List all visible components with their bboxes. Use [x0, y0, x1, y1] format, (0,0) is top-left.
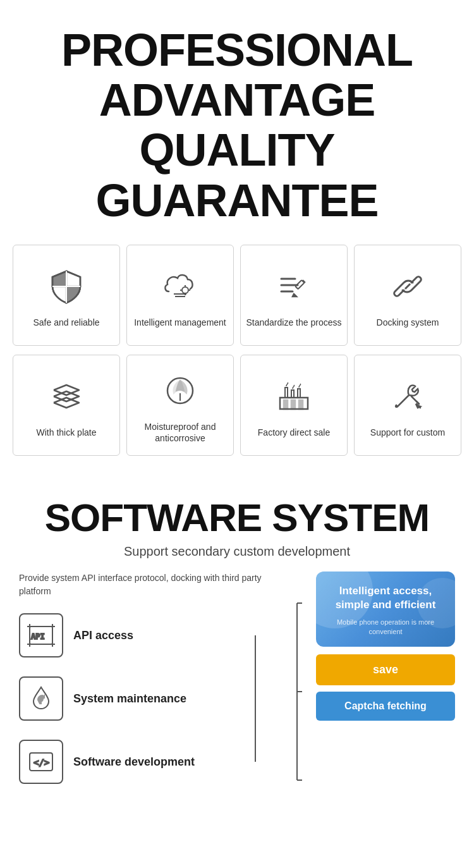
api-icon: API — [19, 613, 63, 657]
layers-icon — [45, 375, 88, 418]
wrench-icon — [19, 676, 63, 721]
cloud-settings-icon — [159, 265, 202, 308]
features-section: Safe and reliable Intelligent management — [0, 245, 474, 477]
feature-docking-label: Docking system — [377, 317, 439, 328]
svg-rect-20 — [284, 400, 288, 409]
feature-intelligent-label: Intelligent management — [134, 317, 226, 328]
api-description: Provide system API interface protocol, d… — [19, 572, 278, 598]
svg-rect-23 — [285, 388, 288, 398]
svg-rect-24 — [291, 390, 294, 398]
software-item-development: </> Software development — [19, 740, 278, 784]
feature-safe-reliable-label: Safe and reliable — [33, 317, 99, 328]
feature-intelligent-management: Intelligent management — [126, 245, 234, 346]
header-section: PROFESSIONAL ADVANTAGE QUALITY GUARANTEE — [0, 0, 474, 245]
factory-icon — [272, 375, 315, 418]
mockup-main-text: Intelligent access, simple and efficient — [326, 584, 445, 612]
feature-thick-label: With thick plate — [37, 427, 97, 438]
feature-factory-label: Factory direct sale — [258, 427, 330, 438]
tools-icon — [386, 375, 429, 418]
feature-custom: Support for custom — [354, 355, 461, 456]
software-api-label: API access — [73, 628, 133, 643]
svg-rect-21 — [291, 400, 295, 409]
svg-rect-22 — [299, 400, 303, 409]
feature-custom-label: Support for custom — [370, 427, 445, 438]
software-right: Intelligent access, simple and efficient… — [316, 572, 455, 721]
feature-standardize: Standardize the process — [240, 245, 348, 346]
software-items-wrapper: API API access — [19, 613, 278, 784]
save-button[interactable]: save — [316, 654, 455, 685]
software-left: Provide system API interface protocol, d… — [19, 572, 278, 803]
feature-moistureproof: Moistureproof and anticorrosive — [126, 355, 234, 456]
phone-mockup: Intelligent access, simple and efficient… — [316, 572, 455, 647]
feature-row-1: Safe and reliable Intelligent management — [13, 245, 461, 346]
feature-docking: Docking system — [354, 245, 461, 346]
feature-thick-plate: With thick plate — [13, 355, 120, 456]
shield-icon — [45, 265, 88, 308]
feature-factory: Factory direct sale — [240, 355, 348, 456]
software-title: SOFTWARE SYSTEM — [19, 496, 455, 539]
mockup-sub-text: Mobile phone operation is more convenien… — [326, 618, 445, 637]
software-item-api: API API access — [19, 613, 278, 657]
feature-safe-reliable: Safe and reliable — [13, 245, 120, 346]
svg-marker-15 — [293, 294, 296, 296]
feature-moistureproof-label: Moistureproof and anticorrosive — [132, 421, 228, 444]
captcha-button[interactable]: Captcha fetching — [316, 692, 455, 721]
header-title: PROFESSIONAL ADVANTAGE QUALITY GUARANTEE — [13, 25, 461, 226]
svg-line-16 — [405, 284, 410, 289]
svg-marker-29 — [416, 405, 420, 408]
link-icon — [386, 265, 429, 308]
software-maintenance-label: System maintenance — [73, 692, 186, 706]
leaf-icon — [159, 369, 202, 412]
software-item-maintenance: System maintenance — [19, 676, 278, 721]
feature-standardize-label: Standardize the process — [246, 317, 342, 328]
checklist-icon — [272, 265, 315, 308]
svg-text:API: API — [31, 632, 45, 641]
software-dev-label: Software development — [73, 755, 195, 769]
software-section: SOFTWARE SYSTEM Support secondary custom… — [0, 477, 474, 816]
svg-rect-12 — [295, 280, 304, 289]
software-content: Provide system API interface protocol, d… — [19, 572, 455, 803]
svg-rect-25 — [298, 389, 300, 398]
software-subtitle: Support secondary custom development — [19, 544, 455, 559]
svg-point-4 — [182, 287, 188, 293]
svg-text:</>: </> — [33, 757, 49, 767]
feature-row-2: With thick plate Moistureproof and antic… — [13, 355, 461, 456]
code-icon: </> — [19, 740, 63, 784]
